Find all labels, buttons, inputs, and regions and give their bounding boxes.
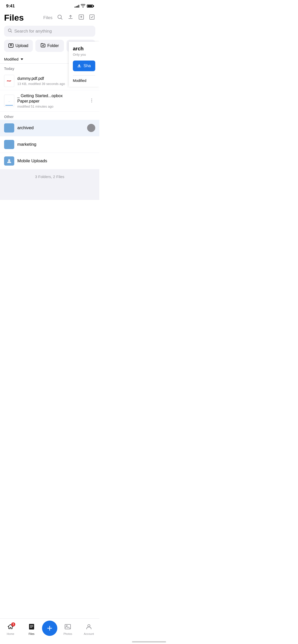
svg-point-3 [8, 29, 11, 32]
svg-point-13 [91, 101, 92, 102]
sort-chevron-icon [21, 58, 23, 60]
svg-point-12 [91, 100, 92, 101]
search-button[interactable] [57, 14, 63, 22]
folder-action-button[interactable]: Folder [35, 40, 64, 52]
right-panel-modified-label: Modified [73, 75, 95, 83]
upload-action-button[interactable]: Upload [4, 40, 33, 52]
folder-icon [4, 140, 14, 149]
folder-item[interactable]: marketing [0, 136, 99, 153]
header-actions: Files [43, 14, 95, 22]
folder-name: archived [17, 125, 84, 130]
svg-point-14 [8, 159, 10, 161]
share-upload-button[interactable] [78, 14, 85, 22]
file-thumbnail: _ [4, 95, 14, 107]
upload-button[interactable] [67, 14, 74, 22]
summary-text: 3 Folders, 2 Files [35, 174, 64, 179]
file-summary: 3 Folders, 2 Files [0, 169, 99, 200]
file-info: _ Getting Started...opbox Paper.paper mo… [17, 93, 85, 108]
upload-action-icon [8, 43, 13, 49]
wifi-icon [81, 4, 85, 8]
folder-item[interactable]: archived [0, 120, 99, 136]
folder-name: marketing [17, 142, 95, 147]
share-label: Sha [84, 64, 91, 68]
status-bar: 9:41 [0, 0, 99, 11]
battery-icon [87, 5, 93, 8]
context-menu-indicator [87, 124, 95, 132]
select-button[interactable] [89, 14, 95, 22]
status-time: 9:41 [6, 4, 15, 9]
svg-rect-2 [90, 15, 94, 19]
page-header: Files Files [0, 11, 99, 26]
page-title: Files [4, 13, 40, 23]
status-icons [75, 4, 93, 8]
section-header-other: Other [0, 112, 99, 120]
folder-name: Mobile Uploads [17, 158, 95, 164]
upload-action-label: Upload [15, 43, 28, 48]
svg-point-11 [91, 98, 92, 99]
search-icon [8, 28, 12, 34]
sort-label[interactable]: Modified [4, 57, 23, 61]
right-panel-title: arch [73, 46, 95, 52]
file-name: _ Getting Started...opbox Paper.paper [17, 93, 85, 104]
right-panel-subtitle: Only you [73, 53, 95, 56]
file-thumbnail: PDF [4, 75, 14, 87]
folder-icon [4, 156, 14, 166]
signal-bars-icon [75, 5, 79, 8]
file-meta: modified 51 minutes ago [17, 105, 85, 108]
right-panel: arch Only you Sha Modified [69, 42, 99, 87]
file-more-button[interactable] [88, 97, 95, 105]
search-input[interactable] [14, 29, 92, 34]
file-item[interactable]: _ _ Getting Started...opbox Paper.paper … [0, 90, 99, 112]
folder-add-icon [40, 43, 46, 49]
share-button[interactable]: Sha [73, 61, 95, 71]
folder-icon [4, 123, 14, 133]
header-files-label: Files [43, 15, 52, 20]
search-bar[interactable] [4, 26, 95, 37]
folder-action-label: Folder [47, 43, 59, 48]
folder-item[interactable]: Mobile Uploads [0, 153, 99, 169]
